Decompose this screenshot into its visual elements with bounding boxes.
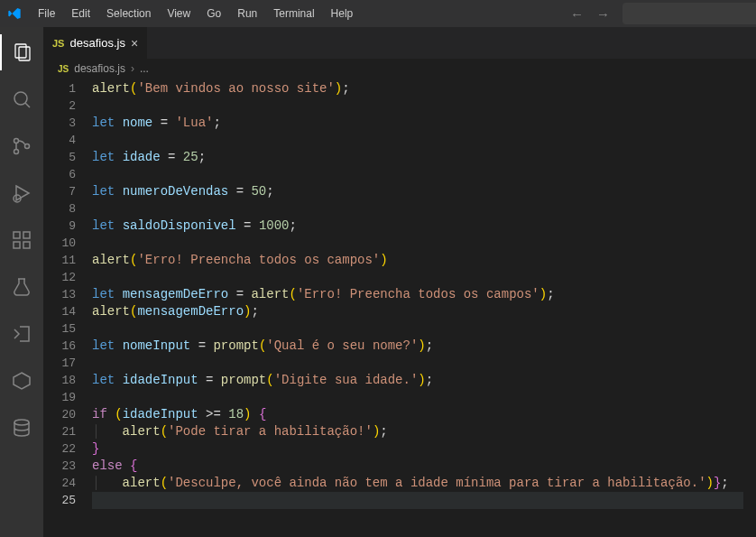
svg-rect-12 [23, 232, 30, 238]
svg-marker-13 [14, 373, 30, 389]
menu-go[interactable]: Go [199, 4, 228, 23]
code-editor[interactable]: 1234567891011121314151617181920212223242… [43, 79, 756, 537]
activity-database-icon[interactable] [0, 410, 43, 446]
chevron-right-icon: › [131, 62, 134, 75]
code-lines[interactable]: alert('Bem vindos ao nosso site'); let n… [92, 80, 743, 537]
svg-point-6 [25, 144, 30, 149]
editor-area: JS desafios.js × JS desafios.js › ... 12… [43, 27, 756, 537]
menu-help[interactable]: Help [324, 4, 361, 23]
nav-back-icon[interactable]: ← [570, 6, 584, 22]
menu-view[interactable]: View [160, 4, 198, 23]
svg-rect-1 [19, 47, 30, 60]
activity-remote-icon[interactable] [0, 316, 43, 352]
js-file-icon: JS [58, 64, 69, 74]
tab-desafios[interactable]: JS desafios.js × [43, 27, 147, 59]
svg-rect-11 [23, 242, 30, 248]
activity-run-debug-icon[interactable] [0, 175, 43, 211]
vscode-logo-icon [7, 6, 22, 21]
breadcrumb-file: desafios.js [74, 62, 125, 75]
activity-explorer-icon[interactable] [0, 34, 43, 70]
breadcrumb-more: ... [140, 62, 149, 75]
js-file-icon: JS [52, 38, 64, 49]
menu-edit[interactable]: Edit [64, 4, 97, 23]
menu-terminal[interactable]: Terminal [266, 4, 321, 23]
svg-point-5 [14, 150, 19, 154]
tab-title: desafios.js [69, 36, 124, 50]
svg-rect-9 [14, 232, 20, 238]
title-bar: File Edit Selection View Go Run Terminal… [0, 0, 756, 27]
svg-line-3 [25, 103, 30, 107]
menu-run[interactable]: Run [230, 4, 264, 23]
activity-source-control-icon[interactable] [0, 128, 43, 164]
breadcrumb[interactable]: JS desafios.js › ... [43, 59, 756, 79]
activity-search-icon[interactable] [0, 81, 43, 117]
svg-point-2 [14, 92, 27, 105]
activity-bar [0, 27, 43, 537]
main-area: JS desafios.js × JS desafios.js › ... 12… [0, 27, 756, 537]
editor-tabs: JS desafios.js × [43, 27, 756, 59]
command-center-search[interactable] [622, 3, 756, 24]
nav-forward-icon[interactable]: → [596, 6, 610, 22]
line-number-gutter: 1234567891011121314151617181920212223242… [43, 80, 92, 537]
tab-close-icon[interactable]: × [131, 36, 138, 51]
svg-point-4 [14, 139, 19, 144]
svg-rect-0 [15, 44, 26, 58]
minimap[interactable] [743, 80, 756, 537]
svg-rect-10 [14, 242, 20, 248]
svg-marker-7 [16, 186, 29, 200]
svg-point-14 [14, 420, 29, 425]
activity-testing-icon[interactable] [0, 269, 43, 305]
menu-selection[interactable]: Selection [99, 4, 158, 23]
menu-file[interactable]: File [31, 4, 62, 23]
activity-generic-icon[interactable] [0, 363, 43, 399]
activity-extensions-icon[interactable] [0, 222, 43, 258]
